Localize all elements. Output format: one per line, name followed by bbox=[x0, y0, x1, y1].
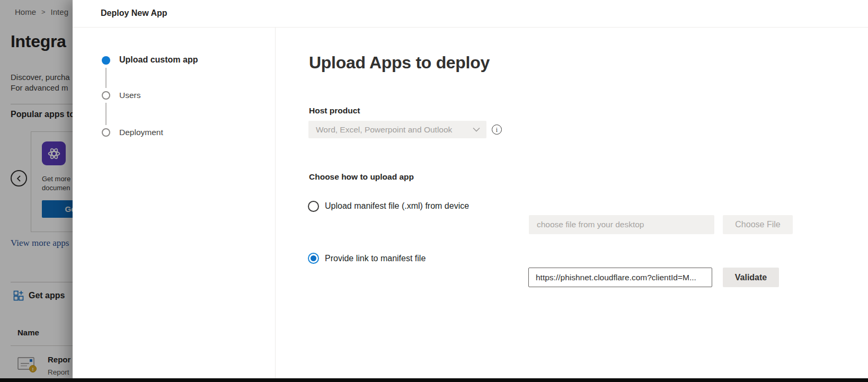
radio-provide-link-label[interactable]: Provide link to manifest file bbox=[325, 254, 426, 263]
info-icon[interactable]: i bbox=[492, 125, 502, 135]
step-upload-custom-app-dot[interactable] bbox=[102, 56, 110, 65]
choose-upload-method-label: Choose how to upload app bbox=[309, 172, 414, 182]
chevron-down-icon bbox=[473, 127, 480, 132]
radio-provide-link[interactable] bbox=[308, 253, 319, 264]
manifest-link-input[interactable] bbox=[528, 268, 712, 287]
host-product-label: Host product bbox=[309, 106, 360, 116]
step-upload-custom-app-label[interactable]: Upload custom app bbox=[119, 55, 198, 65]
stepper-connector bbox=[105, 68, 107, 88]
host-product-dropdown[interactable]: Word, Excel, Powerpoint and Outlook bbox=[308, 121, 486, 138]
deploy-new-app-panel: Deploy New App Upload custom app Users D… bbox=[73, 0, 868, 382]
choose-file-button[interactable]: Choose File bbox=[723, 215, 793, 234]
window-bottom-edge bbox=[0, 378, 868, 382]
manifest-file-input[interactable] bbox=[529, 215, 714, 234]
stepper-connector bbox=[105, 103, 107, 125]
step-users-label[interactable]: Users bbox=[119, 91, 140, 100]
wizard-stepper: Upload custom app Users Deployment bbox=[73, 28, 276, 382]
radio-upload-manifest-file-label[interactable]: Upload manifest file (.xml) from device bbox=[325, 201, 469, 211]
host-product-value: Word, Excel, Powerpoint and Outlook bbox=[316, 125, 473, 135]
wizard-content: Upload Apps to deploy Host product Word,… bbox=[276, 28, 868, 382]
step-deployment-label[interactable]: Deployment bbox=[119, 128, 163, 137]
validate-button[interactable]: Validate bbox=[723, 268, 779, 287]
step-deployment-dot[interactable] bbox=[102, 128, 110, 137]
panel-title: Deploy New App bbox=[101, 8, 167, 18]
step-users-dot[interactable] bbox=[102, 91, 110, 100]
radio-upload-manifest-file[interactable] bbox=[308, 201, 319, 212]
content-heading: Upload Apps to deploy bbox=[309, 53, 490, 73]
